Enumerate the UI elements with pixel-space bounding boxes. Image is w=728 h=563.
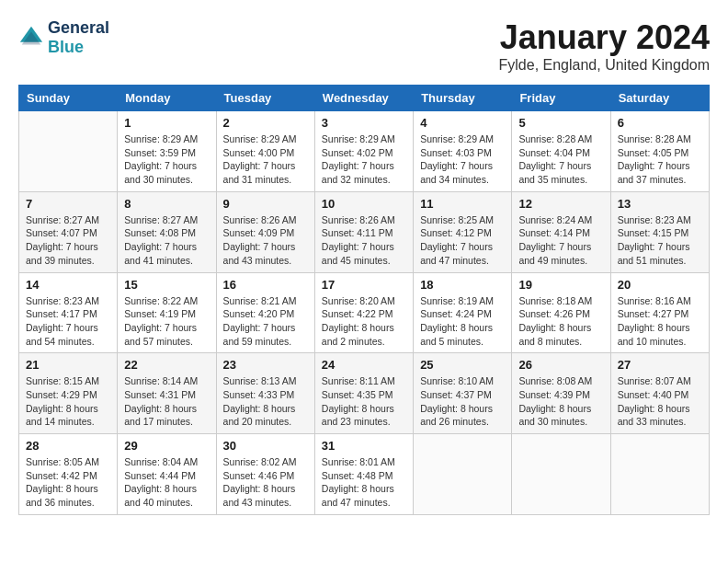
day-number: 8 <box>124 197 209 211</box>
calendar-cell: 8Sunrise: 8:27 AMSunset: 4:08 PMDaylight… <box>118 191 216 272</box>
calendar-cell: 19Sunrise: 8:18 AMSunset: 4:26 PMDayligh… <box>512 272 610 353</box>
day-number: 1 <box>124 116 209 130</box>
day-info: Sunrise: 8:14 AMSunset: 4:31 PMDaylight:… <box>124 374 209 429</box>
calendar-cell: 13Sunrise: 8:23 AMSunset: 4:15 PMDayligh… <box>610 191 709 272</box>
day-number: 23 <box>223 358 308 372</box>
day-number: 21 <box>26 358 110 372</box>
header-day-tuesday: Tuesday <box>216 86 314 111</box>
day-info: Sunrise: 8:25 AMSunset: 4:12 PMDaylight:… <box>420 213 505 268</box>
day-number: 16 <box>223 278 308 292</box>
page-title: January 2024 <box>499 18 710 57</box>
day-info: Sunrise: 8:27 AMSunset: 4:07 PMDaylight:… <box>26 213 110 268</box>
logo: General Blue <box>18 18 109 57</box>
day-info: Sunrise: 8:26 AMSunset: 4:09 PMDaylight:… <box>223 213 308 268</box>
day-info: Sunrise: 8:07 AMSunset: 4:40 PMDaylight:… <box>618 374 702 429</box>
day-info: Sunrise: 8:29 AMSunset: 4:03 PMDaylight:… <box>420 132 505 187</box>
calendar-cell: 23Sunrise: 8:13 AMSunset: 4:33 PMDayligh… <box>216 353 314 434</box>
calendar-cell: 14Sunrise: 8:23 AMSunset: 4:17 PMDayligh… <box>19 272 118 353</box>
day-info: Sunrise: 8:28 AMSunset: 4:05 PMDaylight:… <box>618 132 702 187</box>
day-info: Sunrise: 8:08 AMSunset: 4:39 PMDaylight:… <box>518 374 603 429</box>
day-info: Sunrise: 8:23 AMSunset: 4:15 PMDaylight:… <box>618 213 702 268</box>
day-info: Sunrise: 8:27 AMSunset: 4:08 PMDaylight:… <box>124 213 209 268</box>
header-row: SundayMondayTuesdayWednesdayThursdayFrid… <box>19 86 710 111</box>
day-info: Sunrise: 8:16 AMSunset: 4:27 PMDaylight:… <box>618 294 702 349</box>
calendar-cell: 22Sunrise: 8:14 AMSunset: 4:31 PMDayligh… <box>118 353 216 434</box>
calendar-cell: 3Sunrise: 8:29 AMSunset: 4:02 PMDaylight… <box>314 111 413 192</box>
day-number: 4 <box>420 116 505 130</box>
calendar-cell: 26Sunrise: 8:08 AMSunset: 4:39 PMDayligh… <box>512 353 610 434</box>
header-day-saturday: Saturday <box>610 86 709 111</box>
day-number: 13 <box>618 197 702 211</box>
day-number: 25 <box>420 358 505 372</box>
day-number: 15 <box>124 278 209 292</box>
day-info: Sunrise: 8:10 AMSunset: 4:37 PMDaylight:… <box>420 374 505 429</box>
title-section: January 2024 Fylde, England, United King… <box>499 18 710 74</box>
calendar-cell: 30Sunrise: 8:02 AMSunset: 4:46 PMDayligh… <box>216 434 314 515</box>
day-info: Sunrise: 8:21 AMSunset: 4:20 PMDaylight:… <box>223 294 308 349</box>
day-number: 29 <box>124 439 209 453</box>
day-number: 10 <box>322 197 406 211</box>
day-info: Sunrise: 8:20 AMSunset: 4:22 PMDaylight:… <box>322 294 406 349</box>
day-number: 12 <box>518 197 603 211</box>
calendar-cell: 28Sunrise: 8:05 AMSunset: 4:42 PMDayligh… <box>19 434 118 515</box>
calendar-cell: 12Sunrise: 8:24 AMSunset: 4:14 PMDayligh… <box>512 191 610 272</box>
header-day-thursday: Thursday <box>414 86 512 111</box>
calendar-cell: 15Sunrise: 8:22 AMSunset: 4:19 PMDayligh… <box>118 272 216 353</box>
calendar-cell: 16Sunrise: 8:21 AMSunset: 4:20 PMDayligh… <box>216 272 314 353</box>
calendar-table: SundayMondayTuesdayWednesdayThursdayFrid… <box>18 85 710 515</box>
day-info: Sunrise: 8:02 AMSunset: 4:46 PMDaylight:… <box>223 455 308 510</box>
day-info: Sunrise: 8:01 AMSunset: 4:48 PMDaylight:… <box>322 455 406 510</box>
page-header: General Blue January 2024 Fylde, England… <box>18 18 710 74</box>
header-day-wednesday: Wednesday <box>314 86 413 111</box>
calendar-cell: 21Sunrise: 8:15 AMSunset: 4:29 PMDayligh… <box>19 353 118 434</box>
calendar-cell: 1Sunrise: 8:29 AMSunset: 3:59 PMDaylight… <box>118 111 216 192</box>
calendar-cell: 24Sunrise: 8:11 AMSunset: 4:35 PMDayligh… <box>314 353 413 434</box>
calendar-cell: 29Sunrise: 8:04 AMSunset: 4:44 PMDayligh… <box>118 434 216 515</box>
calendar-cell <box>19 111 118 192</box>
header-day-sunday: Sunday <box>19 86 118 111</box>
header-day-monday: Monday <box>118 86 216 111</box>
day-number: 11 <box>420 197 505 211</box>
logo-text: General Blue <box>48 18 109 57</box>
day-info: Sunrise: 8:13 AMSunset: 4:33 PMDaylight:… <box>223 374 308 429</box>
header-day-friday: Friday <box>512 86 610 111</box>
calendar-cell: 6Sunrise: 8:28 AMSunset: 4:05 PMDaylight… <box>610 111 709 192</box>
calendar-cell <box>414 434 512 515</box>
day-number: 5 <box>518 116 603 130</box>
calendar-cell: 20Sunrise: 8:16 AMSunset: 4:27 PMDayligh… <box>610 272 709 353</box>
day-info: Sunrise: 8:22 AMSunset: 4:19 PMDaylight:… <box>124 294 209 349</box>
day-info: Sunrise: 8:23 AMSunset: 4:17 PMDaylight:… <box>26 294 110 349</box>
day-info: Sunrise: 8:26 AMSunset: 4:11 PMDaylight:… <box>322 213 406 268</box>
day-info: Sunrise: 8:29 AMSunset: 3:59 PMDaylight:… <box>124 132 209 187</box>
day-number: 20 <box>618 278 702 292</box>
calendar-cell: 9Sunrise: 8:26 AMSunset: 4:09 PMDaylight… <box>216 191 314 272</box>
day-info: Sunrise: 8:24 AMSunset: 4:14 PMDaylight:… <box>518 213 603 268</box>
day-number: 7 <box>26 197 110 211</box>
calendar-cell: 2Sunrise: 8:29 AMSunset: 4:00 PMDaylight… <box>216 111 314 192</box>
day-info: Sunrise: 8:04 AMSunset: 4:44 PMDaylight:… <box>124 455 209 510</box>
calendar-cell: 11Sunrise: 8:25 AMSunset: 4:12 PMDayligh… <box>414 191 512 272</box>
week-row-3: 21Sunrise: 8:15 AMSunset: 4:29 PMDayligh… <box>19 353 710 434</box>
day-info: Sunrise: 8:29 AMSunset: 4:02 PMDaylight:… <box>322 132 406 187</box>
calendar-cell: 7Sunrise: 8:27 AMSunset: 4:07 PMDaylight… <box>19 191 118 272</box>
calendar-cell: 27Sunrise: 8:07 AMSunset: 4:40 PMDayligh… <box>610 353 709 434</box>
week-row-4: 28Sunrise: 8:05 AMSunset: 4:42 PMDayligh… <box>19 434 710 515</box>
day-number: 17 <box>322 278 406 292</box>
week-row-2: 14Sunrise: 8:23 AMSunset: 4:17 PMDayligh… <box>19 272 710 353</box>
calendar-cell: 31Sunrise: 8:01 AMSunset: 4:48 PMDayligh… <box>314 434 413 515</box>
day-info: Sunrise: 8:18 AMSunset: 4:26 PMDaylight:… <box>518 294 603 349</box>
calendar-cell: 18Sunrise: 8:19 AMSunset: 4:24 PMDayligh… <box>414 272 512 353</box>
day-number: 9 <box>223 197 308 211</box>
calendar-cell <box>610 434 709 515</box>
day-number: 14 <box>26 278 110 292</box>
logo-icon <box>18 25 44 51</box>
day-number: 28 <box>26 439 110 453</box>
calendar-cell: 10Sunrise: 8:26 AMSunset: 4:11 PMDayligh… <box>314 191 413 272</box>
day-info: Sunrise: 8:29 AMSunset: 4:00 PMDaylight:… <box>223 132 308 187</box>
day-info: Sunrise: 8:19 AMSunset: 4:24 PMDaylight:… <box>420 294 505 349</box>
calendar-cell: 17Sunrise: 8:20 AMSunset: 4:22 PMDayligh… <box>314 272 413 353</box>
calendar-cell: 25Sunrise: 8:10 AMSunset: 4:37 PMDayligh… <box>414 353 512 434</box>
day-number: 18 <box>420 278 505 292</box>
day-number: 6 <box>618 116 702 130</box>
day-info: Sunrise: 8:05 AMSunset: 4:42 PMDaylight:… <box>26 455 110 510</box>
